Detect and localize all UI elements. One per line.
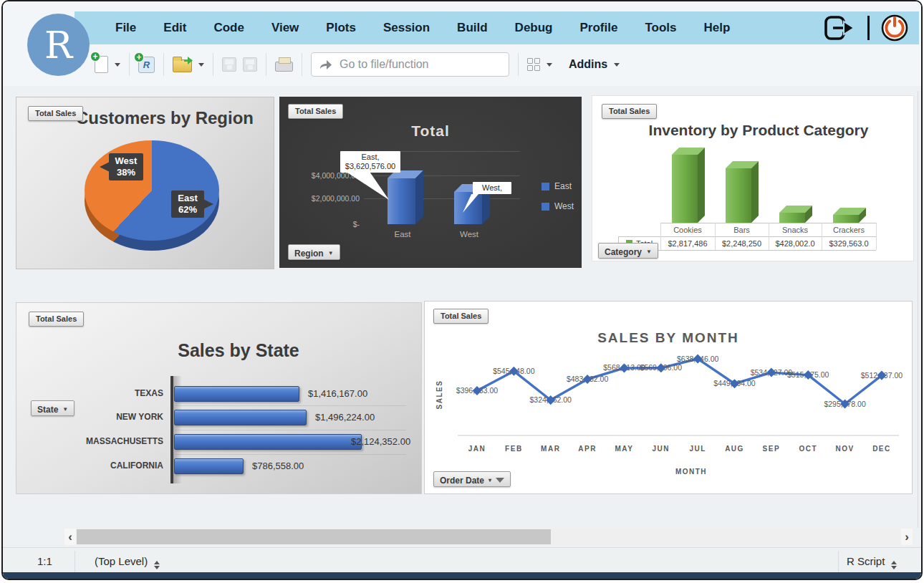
x-axis-label-oct: OCT	[799, 445, 817, 453]
new-file-button[interactable]: +	[95, 56, 108, 73]
sign-out-icon[interactable]	[822, 14, 857, 42]
total-sales-slicer[interactable]: Total Sales	[288, 104, 343, 119]
menu-item-view[interactable]: View	[258, 21, 312, 35]
goto-file-function-box[interactable]	[311, 52, 509, 77]
region-filter-button[interactable]: Region ▼	[288, 244, 340, 260]
x-axis-label-jun: JUN	[653, 445, 670, 453]
scrollbar-thumb[interactable]	[77, 529, 551, 544]
legend-label: West	[554, 201, 574, 211]
plus-badge-icon: +	[134, 52, 144, 62]
pie-callout-east-value: 62%	[175, 204, 200, 216]
toolbar-separator	[163, 53, 164, 76]
addins-button[interactable]: Addins	[569, 58, 607, 71]
header-area: FileEditCodeViewPlotsSessionBuildDebugPr…	[3, 1, 921, 86]
table-header-crackers: Crackers	[822, 223, 876, 236]
state-filter-button[interactable]: State ▼	[31, 400, 74, 416]
power-quit-icon[interactable]	[880, 14, 909, 42]
x-axis-label-may: MAY	[615, 445, 634, 453]
new-project-button[interactable]: R +	[138, 57, 155, 73]
open-file-button[interactable]	[173, 57, 192, 72]
save-all-icon[interactable]	[243, 57, 257, 72]
x-axis-title: MONTH	[675, 468, 707, 476]
table-value: $2,248,250	[715, 236, 769, 250]
table-header-cookies: Cookies	[660, 223, 715, 236]
save-icon[interactable]	[222, 57, 236, 72]
panes-dropdown-caret-icon[interactable]	[547, 63, 552, 67]
bar-crackers	[833, 215, 859, 223]
open-folder-icon	[173, 59, 192, 72]
bar-value-label: $1,416,167.00	[308, 388, 367, 399]
total-sales-slicer[interactable]: Total Sales	[29, 312, 84, 327]
total-sales-slicer[interactable]: Total Sales	[28, 106, 83, 121]
pie-callout-east: East 62%	[171, 191, 204, 218]
new-file-dropdown-caret-icon[interactable]	[115, 63, 120, 67]
y-axis-tick: $-	[282, 220, 360, 228]
bar-east-side	[415, 170, 423, 224]
file-type-updown-icon	[891, 561, 897, 569]
bar-cookies-side	[698, 148, 705, 223]
dropdown-arrow-icon: ▼	[328, 250, 334, 256]
scroll-left-arrow-icon[interactable]: ‹	[64, 529, 76, 545]
menu-item-help[interactable]: Help	[690, 21, 743, 35]
total-sales-slicer[interactable]: Total Sales	[602, 104, 657, 119]
order-date-filter-button[interactable]: Order Date ▾	[433, 471, 511, 487]
callout-east-line2: $3,620,576.00	[340, 162, 400, 171]
callout-west-line1: West,	[473, 183, 511, 193]
menu-item-debug[interactable]: Debug	[501, 21, 567, 35]
bar-bars-side	[751, 161, 759, 223]
gridline	[364, 175, 520, 176]
menu-item-edit[interactable]: Edit	[150, 21, 200, 35]
addins-dropdown-caret-icon[interactable]	[614, 63, 620, 67]
legend-item: East	[542, 181, 572, 191]
x-axis-label-sep: SEP	[763, 445, 781, 453]
bar-bars	[726, 168, 751, 223]
rstudio-window: FileEditCodeViewPlotsSessionBuildDebugPr…	[1, 0, 923, 580]
scope-selector[interactable]: (Top Level)	[95, 555, 160, 569]
horizontal-scrollbar[interactable]: ‹ ›	[63, 529, 914, 545]
bar-east	[388, 178, 415, 224]
axis-wall	[170, 376, 173, 483]
x-axis-label-nov: NOV	[836, 445, 855, 453]
x-axis-label-jul: JUL	[689, 445, 706, 453]
category-filter-button[interactable]: Category ▼	[598, 243, 658, 259]
bar-value-label: $786,558.00	[252, 461, 304, 471]
menu-item-profile[interactable]: Profile	[567, 21, 632, 35]
legend-swatch-icon	[542, 203, 549, 211]
scroll-right-arrow-icon[interactable]: ›	[901, 529, 913, 545]
menubar-right	[822, 14, 919, 42]
menu-item-session[interactable]: Session	[370, 21, 443, 35]
state-bar-chart-panel: Total Sales Sales by State TEXAS$1,416,1…	[16, 302, 422, 494]
gridline	[175, 430, 406, 430]
menu-items: FileEditCodeViewPlotsSessionBuildDebugPr…	[102, 21, 743, 35]
menu-item-code[interactable]: Code	[200, 21, 258, 35]
x-axis-label-mar: MAR	[541, 445, 560, 453]
order-date-filter-label: Order Date	[440, 476, 484, 486]
pie-callout-west-value: 38%	[113, 167, 139, 178]
file-type-label: R Script	[847, 555, 885, 567]
menu-item-tools[interactable]: Tools	[631, 21, 690, 35]
menu-item-file[interactable]: File	[102, 21, 150, 35]
goto-file-function-input[interactable]	[340, 58, 501, 71]
total-column-chart-panel: Total Sales Total $4,000,000.00$2,000,00…	[279, 97, 582, 268]
print-icon[interactable]	[275, 62, 293, 72]
table-line	[876, 223, 877, 250]
total-callout-west: West,	[473, 182, 511, 194]
pie-callout-east-label: East	[175, 193, 200, 204]
open-recent-caret-icon[interactable]	[198, 63, 204, 67]
table-header-bars: Bars	[715, 223, 769, 236]
toolbar-separator	[302, 53, 302, 76]
x-axis-label: East	[381, 230, 424, 238]
file-type-selector[interactable]: R Script	[847, 555, 897, 569]
legend-item: West	[542, 201, 574, 211]
inventory-chart-panel: Total Sales Inventory by Product Categor…	[592, 95, 914, 261]
total-callout-east: East, $3,620,576.00	[340, 151, 400, 173]
menu-item-plots[interactable]: Plots	[312, 21, 370, 35]
dropdown-arrow-icon: ▼	[62, 406, 68, 413]
y-axis-tick: $2,000,000.00	[282, 194, 360, 203]
workspace-panes-icon[interactable]	[527, 58, 540, 71]
menu-item-build[interactable]: Build	[443, 21, 501, 35]
pie-chart-title: Customers by Region	[61, 108, 269, 128]
menu-bar: FileEditCodeViewPlotsSessionBuildDebugPr…	[74, 11, 919, 44]
toolbar-separator	[213, 53, 213, 76]
total-sales-slicer[interactable]: Total Sales	[433, 309, 489, 324]
